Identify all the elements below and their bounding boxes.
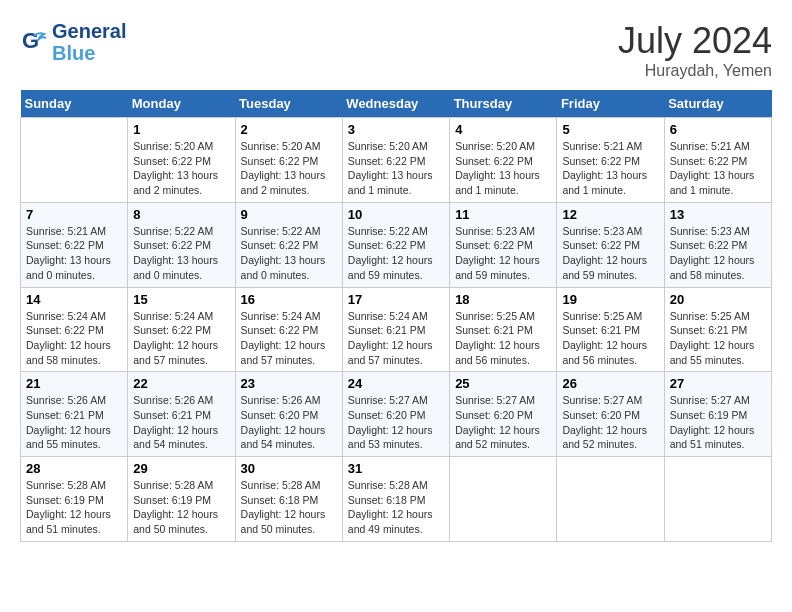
calendar-cell: 12Sunrise: 5:23 AMSunset: 6:22 PMDayligh…: [557, 202, 664, 287]
logo: G General Blue: [20, 20, 126, 64]
calendar-cell: 26Sunrise: 5:27 AMSunset: 6:20 PMDayligh…: [557, 372, 664, 457]
day-number: 6: [670, 122, 766, 137]
day-number: 23: [241, 376, 337, 391]
week-row-1: 1Sunrise: 5:20 AMSunset: 6:22 PMDaylight…: [21, 118, 772, 203]
day-info: Sunrise: 5:27 AMSunset: 6:20 PMDaylight:…: [455, 393, 551, 452]
col-header-friday: Friday: [557, 90, 664, 118]
calendar-cell: 30Sunrise: 5:28 AMSunset: 6:18 PMDayligh…: [235, 457, 342, 542]
day-number: 3: [348, 122, 444, 137]
day-info: Sunrise: 5:20 AMSunset: 6:22 PMDaylight:…: [348, 139, 444, 198]
week-row-3: 14Sunrise: 5:24 AMSunset: 6:22 PMDayligh…: [21, 287, 772, 372]
calendar-cell: [557, 457, 664, 542]
day-info: Sunrise: 5:27 AMSunset: 6:20 PMDaylight:…: [562, 393, 658, 452]
day-info: Sunrise: 5:28 AMSunset: 6:19 PMDaylight:…: [133, 478, 229, 537]
calendar-cell: [450, 457, 557, 542]
col-header-monday: Monday: [128, 90, 235, 118]
svg-text:G: G: [22, 28, 39, 53]
calendar-cell: 19Sunrise: 5:25 AMSunset: 6:21 PMDayligh…: [557, 287, 664, 372]
day-info: Sunrise: 5:22 AMSunset: 6:22 PMDaylight:…: [241, 224, 337, 283]
day-info: Sunrise: 5:22 AMSunset: 6:22 PMDaylight:…: [348, 224, 444, 283]
day-number: 1: [133, 122, 229, 137]
calendar-cell: 2Sunrise: 5:20 AMSunset: 6:22 PMDaylight…: [235, 118, 342, 203]
day-info: Sunrise: 5:20 AMSunset: 6:22 PMDaylight:…: [241, 139, 337, 198]
day-number: 2: [241, 122, 337, 137]
col-header-tuesday: Tuesday: [235, 90, 342, 118]
logo-name-line1: General: [52, 20, 126, 42]
day-number: 24: [348, 376, 444, 391]
calendar-cell: 31Sunrise: 5:28 AMSunset: 6:18 PMDayligh…: [342, 457, 449, 542]
day-number: 20: [670, 292, 766, 307]
week-row-4: 21Sunrise: 5:26 AMSunset: 6:21 PMDayligh…: [21, 372, 772, 457]
day-info: Sunrise: 5:25 AMSunset: 6:21 PMDaylight:…: [455, 309, 551, 368]
calendar-cell: 7Sunrise: 5:21 AMSunset: 6:22 PMDaylight…: [21, 202, 128, 287]
day-info: Sunrise: 5:21 AMSunset: 6:22 PMDaylight:…: [562, 139, 658, 198]
calendar-cell: 29Sunrise: 5:28 AMSunset: 6:19 PMDayligh…: [128, 457, 235, 542]
calendar-cell: 13Sunrise: 5:23 AMSunset: 6:22 PMDayligh…: [664, 202, 771, 287]
day-info: Sunrise: 5:25 AMSunset: 6:21 PMDaylight:…: [562, 309, 658, 368]
calendar-header-row: SundayMondayTuesdayWednesdayThursdayFrid…: [21, 90, 772, 118]
day-number: 8: [133, 207, 229, 222]
day-number: 9: [241, 207, 337, 222]
day-number: 28: [26, 461, 122, 476]
day-number: 16: [241, 292, 337, 307]
col-header-wednesday: Wednesday: [342, 90, 449, 118]
calendar-cell: 3Sunrise: 5:20 AMSunset: 6:22 PMDaylight…: [342, 118, 449, 203]
day-number: 19: [562, 292, 658, 307]
day-info: Sunrise: 5:26 AMSunset: 6:21 PMDaylight:…: [133, 393, 229, 452]
calendar-cell: 18Sunrise: 5:25 AMSunset: 6:21 PMDayligh…: [450, 287, 557, 372]
day-info: Sunrise: 5:28 AMSunset: 6:19 PMDaylight:…: [26, 478, 122, 537]
day-info: Sunrise: 5:28 AMSunset: 6:18 PMDaylight:…: [241, 478, 337, 537]
day-info: Sunrise: 5:26 AMSunset: 6:21 PMDaylight:…: [26, 393, 122, 452]
day-info: Sunrise: 5:23 AMSunset: 6:22 PMDaylight:…: [455, 224, 551, 283]
day-number: 12: [562, 207, 658, 222]
calendar-cell: 27Sunrise: 5:27 AMSunset: 6:19 PMDayligh…: [664, 372, 771, 457]
page-header: G General Blue July 2024 Huraydah, Yemen: [20, 20, 772, 80]
day-info: Sunrise: 5:23 AMSunset: 6:22 PMDaylight:…: [562, 224, 658, 283]
calendar-cell: 25Sunrise: 5:27 AMSunset: 6:20 PMDayligh…: [450, 372, 557, 457]
calendar-cell: 5Sunrise: 5:21 AMSunset: 6:22 PMDaylight…: [557, 118, 664, 203]
day-number: 14: [26, 292, 122, 307]
day-number: 17: [348, 292, 444, 307]
calendar-cell: 16Sunrise: 5:24 AMSunset: 6:22 PMDayligh…: [235, 287, 342, 372]
month-title: July 2024: [618, 20, 772, 62]
day-info: Sunrise: 5:27 AMSunset: 6:20 PMDaylight:…: [348, 393, 444, 452]
day-info: Sunrise: 5:20 AMSunset: 6:22 PMDaylight:…: [455, 139, 551, 198]
day-number: 31: [348, 461, 444, 476]
calendar-cell: 20Sunrise: 5:25 AMSunset: 6:21 PMDayligh…: [664, 287, 771, 372]
day-info: Sunrise: 5:20 AMSunset: 6:22 PMDaylight:…: [133, 139, 229, 198]
calendar-table: SundayMondayTuesdayWednesdayThursdayFrid…: [20, 90, 772, 542]
week-row-2: 7Sunrise: 5:21 AMSunset: 6:22 PMDaylight…: [21, 202, 772, 287]
day-number: 10: [348, 207, 444, 222]
day-info: Sunrise: 5:21 AMSunset: 6:22 PMDaylight:…: [26, 224, 122, 283]
calendar-cell: 14Sunrise: 5:24 AMSunset: 6:22 PMDayligh…: [21, 287, 128, 372]
logo-name-line2: Blue: [52, 42, 126, 64]
day-info: Sunrise: 5:26 AMSunset: 6:20 PMDaylight:…: [241, 393, 337, 452]
calendar-cell: 11Sunrise: 5:23 AMSunset: 6:22 PMDayligh…: [450, 202, 557, 287]
calendar-cell: 15Sunrise: 5:24 AMSunset: 6:22 PMDayligh…: [128, 287, 235, 372]
calendar-cell: 10Sunrise: 5:22 AMSunset: 6:22 PMDayligh…: [342, 202, 449, 287]
day-info: Sunrise: 5:24 AMSunset: 6:22 PMDaylight:…: [241, 309, 337, 368]
calendar-cell: 6Sunrise: 5:21 AMSunset: 6:22 PMDaylight…: [664, 118, 771, 203]
day-info: Sunrise: 5:21 AMSunset: 6:22 PMDaylight:…: [670, 139, 766, 198]
title-area: July 2024 Huraydah, Yemen: [618, 20, 772, 80]
calendar-cell: 4Sunrise: 5:20 AMSunset: 6:22 PMDaylight…: [450, 118, 557, 203]
calendar-cell: 24Sunrise: 5:27 AMSunset: 6:20 PMDayligh…: [342, 372, 449, 457]
calendar-cell: 21Sunrise: 5:26 AMSunset: 6:21 PMDayligh…: [21, 372, 128, 457]
day-number: 11: [455, 207, 551, 222]
calendar-cell: [664, 457, 771, 542]
calendar-cell: 23Sunrise: 5:26 AMSunset: 6:20 PMDayligh…: [235, 372, 342, 457]
day-number: 15: [133, 292, 229, 307]
day-info: Sunrise: 5:23 AMSunset: 6:22 PMDaylight:…: [670, 224, 766, 283]
calendar-cell: 22Sunrise: 5:26 AMSunset: 6:21 PMDayligh…: [128, 372, 235, 457]
day-number: 29: [133, 461, 229, 476]
day-number: 7: [26, 207, 122, 222]
day-info: Sunrise: 5:25 AMSunset: 6:21 PMDaylight:…: [670, 309, 766, 368]
location-title: Huraydah, Yemen: [618, 62, 772, 80]
calendar-cell: 17Sunrise: 5:24 AMSunset: 6:21 PMDayligh…: [342, 287, 449, 372]
day-number: 25: [455, 376, 551, 391]
day-number: 4: [455, 122, 551, 137]
day-number: 18: [455, 292, 551, 307]
day-number: 13: [670, 207, 766, 222]
day-info: Sunrise: 5:27 AMSunset: 6:19 PMDaylight:…: [670, 393, 766, 452]
col-header-thursday: Thursday: [450, 90, 557, 118]
